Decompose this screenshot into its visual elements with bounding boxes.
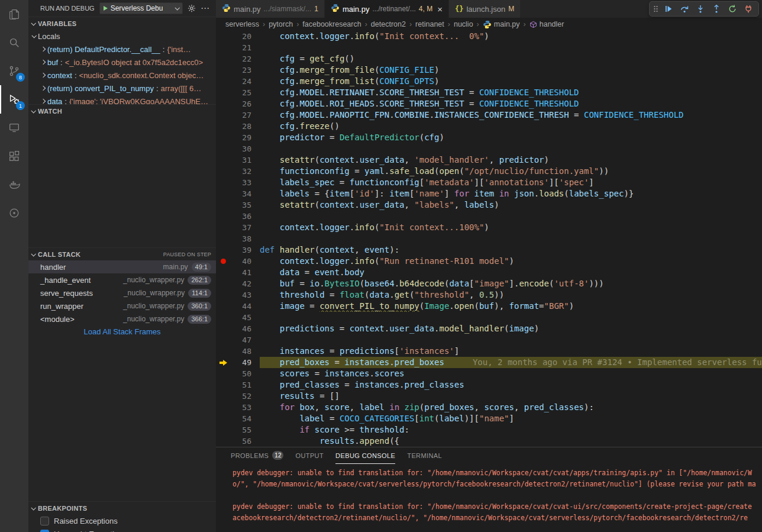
close-icon[interactable]: × <box>437 4 443 14</box>
gutter[interactable] <box>216 109 230 121</box>
activity-item-extensions[interactable] <box>0 142 28 170</box>
gutter[interactable] <box>216 278 230 289</box>
gutter[interactable] <box>216 379 230 391</box>
start-debug-icon[interactable] <box>104 6 108 11</box>
gutter[interactable] <box>216 154 230 166</box>
panel-tab-debug-console[interactable]: DEBUG CONSOLE <box>335 448 395 464</box>
gutter[interactable] <box>216 301 230 312</box>
gutter[interactable] <box>216 42 230 53</box>
more-actions-icon[interactable]: ⋯ <box>201 3 210 14</box>
load-all-stack-frames-link[interactable]: Load All Stack Frames <box>28 325 216 338</box>
launch-config-dropdown[interactable]: Serverless Debu <box>99 2 183 14</box>
gutter[interactable] <box>216 65 230 76</box>
variable-row[interactable]: (return) convert_PIL_to_numpy:array([[[ … <box>28 82 216 95</box>
stack-frame[interactable]: <module>_nuclio_wrapper.py366:1 <box>28 312 216 325</box>
continue-button[interactable] <box>661 2 676 16</box>
gutter[interactable] <box>216 53 230 65</box>
gutter[interactable] <box>216 368 230 379</box>
gutter[interactable] <box>216 424 230 436</box>
gutter[interactable] <box>216 76 230 87</box>
breadcrumb-separator: › <box>524 20 526 28</box>
breadcrumb-item-serverless[interactable]: serverless <box>225 20 259 28</box>
gutter[interactable] <box>216 413 230 424</box>
breadcrumb-label: detectron2 <box>371 20 406 28</box>
gutter[interactable] <box>216 177 230 188</box>
panel-tab-output[interactable]: OUTPUT <box>295 448 324 464</box>
stack-frame[interactable]: handlermain.py49:1 <box>28 260 216 273</box>
gutter[interactable] <box>216 233 230 244</box>
breadcrumb-item-detectron2[interactable]: detectron2 <box>371 20 406 28</box>
gutter[interactable] <box>216 436 230 447</box>
step-over-button[interactable] <box>677 2 692 16</box>
debug-current-line-arrow-icon[interactable] <box>216 357 230 368</box>
toolbar-grip-icon[interactable] <box>653 4 659 14</box>
activity-item-docker[interactable] <box>0 170 28 199</box>
activity-item-search[interactable] <box>0 28 28 57</box>
gutter[interactable] <box>216 121 230 132</box>
gear-icon[interactable] <box>188 4 196 12</box>
scope-locals[interactable]: Locals <box>28 30 216 43</box>
stack-frame[interactable]: run_wrapper_nuclio_wrapper.py360:1 <box>28 299 216 312</box>
line-number: 42 <box>230 278 251 289</box>
gutter[interactable] <box>216 346 230 357</box>
disconnect-button[interactable] <box>741 2 755 16</box>
gutter[interactable] <box>216 244 230 256</box>
line-number: 44 <box>230 301 251 312</box>
gutter[interactable] <box>216 166 230 177</box>
code-text: def handler(context, event): <box>260 244 762 256</box>
breadcrumb-item-handler[interactable]: handler <box>529 20 564 28</box>
breadcrumb-item-retinanet[interactable]: retinanet <box>415 20 444 28</box>
gutter[interactable] <box>216 222 230 233</box>
breakpoints-section-header[interactable]: BREAKPOINTS <box>28 501 216 514</box>
watch-section-header[interactable]: WATCH <box>28 104 216 117</box>
gutter[interactable] <box>216 391 230 402</box>
gutter[interactable] <box>216 267 230 278</box>
activity-item-run-and-debug[interactable]: 1 <box>0 85 28 114</box>
gutter[interactable] <box>216 289 230 301</box>
breakpoint-icon[interactable] <box>216 256 230 267</box>
gutter[interactable] <box>216 98 230 109</box>
code-line-29: 29 predictor = DefaultPredictor(cfg) <box>216 132 762 143</box>
breadcrumb-item-pytorch[interactable]: pytorch <box>269 20 293 28</box>
gutter[interactable] <box>216 402 230 413</box>
gutter[interactable] <box>216 312 230 323</box>
breakpoint-row[interactable]: ✓Uncaught Exceptions <box>28 527 216 532</box>
gutter[interactable] <box>216 334 230 346</box>
restart-button[interactable] <box>725 2 740 16</box>
panel-tab-problems[interactable]: PROBLEMS12 <box>231 448 283 464</box>
gutter[interactable] <box>216 211 230 222</box>
variable-row[interactable]: context:<nuclio_sdk.context.Context obje… <box>28 69 216 82</box>
breadcrumb-item-nuclio[interactable]: nuclio <box>454 20 473 28</box>
editor-tab-2-main.py[interactable]: main.py.../retinanet/...4, M× <box>325 0 449 18</box>
call-stack-section-header[interactable]: CALL STACK PAUSED ON STEP <box>28 247 216 260</box>
breadcrumb-item-main.py[interactable]: main.py <box>483 20 520 29</box>
gutter[interactable] <box>216 132 230 143</box>
code-editor[interactable]: 20 context.logger.info("Init context... … <box>216 31 762 447</box>
gutter[interactable] <box>216 31 230 42</box>
variable-row[interactable]: data:{'image': 'iVBORw0KGgoAAAANSUhE… <box>28 95 216 104</box>
step-out-button[interactable] <box>709 2 724 16</box>
breadcrumb-item-facebookresearch[interactable]: facebookresearch <box>302 20 361 28</box>
stack-frame[interactable]: _handle_event_nuclio_wrapper.py262:1 <box>28 273 216 286</box>
editor-tab-1-main.py[interactable]: main.py.../siammask/...1 <box>216 0 325 18</box>
variable-row[interactable]: buf:<_io.BytesIO object at 0x7f5a2dc1ecc… <box>28 56 216 69</box>
checkbox[interactable]: ✓ <box>40 530 49 532</box>
editor-tab-3-launch.json[interactable]: {}launch.jsonM <box>449 0 521 18</box>
breakpoint-row[interactable]: Raised Exceptions <box>28 514 216 527</box>
gutter[interactable] <box>216 188 230 199</box>
gutter[interactable] <box>216 87 230 98</box>
activity-item-source-control[interactable]: 8 <box>0 57 28 85</box>
activity-item-circle-extension[interactable] <box>0 199 28 227</box>
variable-row[interactable]: (return) DefaultPredictor.__call__:{'ins… <box>28 43 216 56</box>
frame-file-name: _nuclio_wrapper.py <box>124 289 185 297</box>
panel-tab-terminal[interactable]: TERMINAL <box>407 448 442 464</box>
variables-section-header[interactable]: VARIABLES <box>28 17 216 30</box>
gutter[interactable] <box>216 323 230 334</box>
stack-frame[interactable]: serve_requests_nuclio_wrapper.py114:1 <box>28 286 216 299</box>
activity-item-remote-explorer[interactable] <box>0 114 28 142</box>
step-into-button[interactable] <box>693 2 708 16</box>
gutter[interactable] <box>216 199 230 211</box>
gutter[interactable] <box>216 143 230 154</box>
activity-item-explorer[interactable] <box>0 0 28 28</box>
checkbox[interactable] <box>40 517 49 525</box>
